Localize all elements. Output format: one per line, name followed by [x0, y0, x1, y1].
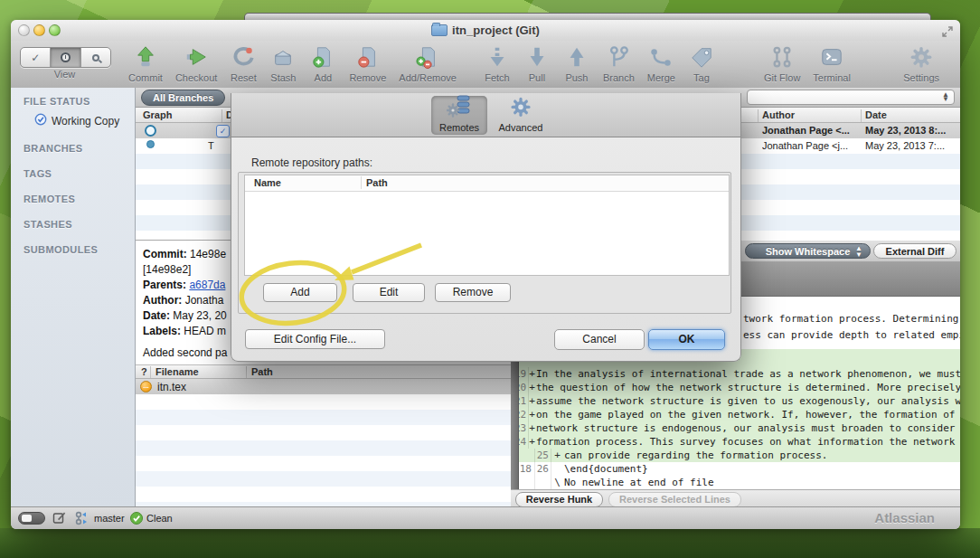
name-column-header[interactable]: Name	[254, 177, 281, 188]
cancel-button[interactable]: Cancel	[554, 329, 645, 350]
toolbar-item-settings[interactable]: Settings	[897, 43, 946, 83]
view-log-segment[interactable]	[51, 48, 80, 67]
toolbar-item-add[interactable]: Add	[303, 43, 343, 83]
toolbar-item-commit[interactable]: Commit	[122, 43, 169, 83]
toolbar-item-add-remove[interactable]: Add/Remove	[392, 43, 463, 83]
diff-line[interactable]: 1826\end{document}	[511, 462, 960, 476]
compose-icon[interactable]	[52, 511, 66, 526]
git-flow-icon	[768, 43, 796, 71]
dialog-tab-bar: Remotes Advanced	[231, 93, 740, 137]
toolbar-item-push[interactable]: Push	[557, 43, 597, 83]
fullscreen-arrows-icon[interactable]	[942, 24, 953, 41]
edit-config-file-button[interactable]: Edit Config File...	[245, 329, 385, 349]
status-column-header[interactable]: ?	[141, 366, 147, 377]
context-line: ess can provide depth to related empiric	[743, 329, 960, 341]
tab-label: Advanced	[499, 122, 543, 133]
file-list-stripe	[136, 487, 511, 502]
diff-text: No newline at end of file	[563, 476, 714, 489]
sidebar-section-submodules: SUBMODULES	[24, 244, 135, 255]
toolbar-item-git-flow[interactable]: Git Flow	[758, 43, 806, 83]
diff-line[interactable]: 25+can provide regarding the formation p…	[511, 449, 960, 462]
diff-text: formation process. This survey focuses o…	[535, 435, 960, 449]
sidebar-item-working-copy[interactable]: Working Copy	[34, 113, 135, 128]
toolbar-item-merge[interactable]: Merge	[641, 43, 682, 83]
title-group: itn_project (Git)	[11, 20, 960, 41]
diff-line[interactable]: 21+assume the network structure is given…	[511, 394, 960, 408]
checkout-icon	[183, 43, 210, 71]
column-divider[interactable]	[758, 109, 759, 122]
diff-line[interactable]: 22+on the game played on the given netwo…	[511, 408, 960, 421]
diff-line[interactable]: 23+network structure is endogenous, our …	[511, 421, 960, 435]
view-file-status-segment[interactable]: ✓	[21, 48, 51, 67]
titlebar[interactable]: itn_project (Git)	[11, 20, 960, 42]
column-divider[interactable]	[861, 109, 862, 122]
remotes-tab-icon	[447, 94, 472, 121]
jump-to-select[interactable]: ▲▼	[747, 90, 955, 105]
view-search-segment[interactable]	[81, 48, 110, 67]
tab-advanced[interactable]: Advanced	[491, 96, 551, 135]
column-divider[interactable]	[221, 109, 222, 122]
file-row-itn-tex[interactable]: ... itn.tex	[136, 379, 511, 394]
settings-gear-icon	[909, 43, 934, 71]
toolbar-item-reset[interactable]: Reset	[223, 43, 263, 83]
remotes-table[interactable]: Name Path	[244, 175, 730, 276]
toolbar-item-pull[interactable]: Pull	[517, 43, 557, 83]
file-name: itn.tex	[157, 381, 186, 393]
parent-commit-link[interactable]: a687da	[189, 279, 225, 291]
wallpaper-bottom-field	[0, 528, 980, 558]
path-column-header[interactable]: Path	[251, 366, 273, 377]
ok-button[interactable]: OK	[648, 329, 725, 350]
view-segmented-control: ✓	[20, 47, 111, 68]
reverse-hunk-button[interactable]: Reverse Hunk	[515, 492, 603, 506]
tag-icon	[688, 43, 715, 71]
file-list-stripe	[136, 394, 511, 410]
graph-column-header[interactable]: Graph	[143, 109, 172, 120]
column-divider[interactable]	[246, 366, 247, 378]
clean-status-label: Clean	[146, 513, 173, 524]
show-whitespace-dropdown[interactable]: Show Whitespace▲▼	[745, 243, 871, 259]
remove-file-icon	[354, 43, 382, 71]
toolbar-item-tag[interactable]: Tag	[682, 43, 721, 83]
sidebar-toggle-button[interactable]	[18, 512, 45, 525]
all-branches-button[interactable]: All Branches	[141, 90, 225, 106]
external-diff-button[interactable]: External Diff	[873, 243, 956, 259]
branch-name[interactable]: master	[94, 513, 125, 524]
toolbar-item-fetch[interactable]: Fetch	[477, 43, 517, 83]
add-remote-button[interactable]: Add	[263, 283, 337, 302]
date-column-header[interactable]: Date	[865, 109, 887, 120]
path-column-header[interactable]: Path	[366, 177, 388, 188]
toolbar-item-terminal[interactable]: Terminal	[806, 43, 857, 83]
toolbar-item-branch[interactable]: Branch	[597, 43, 641, 83]
sidebar-section-tags: TAGS	[24, 168, 135, 179]
toolbar-item-checkout[interactable]: Checkout	[169, 43, 223, 83]
diff-sign: +	[529, 394, 535, 408]
reverse-selected-lines-button[interactable]: Reverse Selected Lines	[608, 492, 741, 506]
file-list-pane: ? Filename Path ... itn.tex	[136, 364, 511, 506]
commit-node-icon	[145, 125, 156, 137]
stash-icon	[269, 43, 297, 71]
clean-check-icon	[130, 512, 143, 526]
atlassian-brand: Atlassian	[874, 510, 935, 525]
author-column-header[interactable]: Author	[762, 109, 795, 120]
checkmark-icon: ✓	[31, 52, 40, 64]
add-remove-icon	[414, 43, 441, 71]
branch-icon	[605, 43, 632, 71]
diff-line[interactable]: 24+formation process. This survey focuse…	[511, 435, 960, 449]
commit-description-fragment: T	[208, 140, 214, 151]
diff-sign: +	[551, 449, 563, 462]
remove-remote-button[interactable]: Remove	[435, 283, 511, 302]
column-divider[interactable]	[150, 366, 151, 378]
diff-line[interactable]: \No newline at end of file	[511, 476, 960, 489]
column-divider[interactable]	[361, 176, 362, 189]
diff-line[interactable]: 20+the question of how the network struc…	[511, 381, 960, 394]
history-clock-icon	[61, 52, 71, 62]
filename-column-header[interactable]: Filename	[155, 366, 199, 377]
tab-remotes[interactable]: Remotes	[431, 96, 487, 135]
toolbar-item-stash[interactable]: Stash	[263, 43, 303, 83]
new-line-number	[535, 476, 551, 489]
commit-author: Jonathan Page <...	[762, 125, 857, 136]
toolbar-item-remove[interactable]: Remove	[343, 43, 392, 83]
commit-node-icon	[146, 140, 155, 148]
edit-remote-button[interactable]: Edit	[353, 283, 425, 302]
diff-line[interactable]: 19+In the analysis of international trad…	[511, 367, 960, 381]
